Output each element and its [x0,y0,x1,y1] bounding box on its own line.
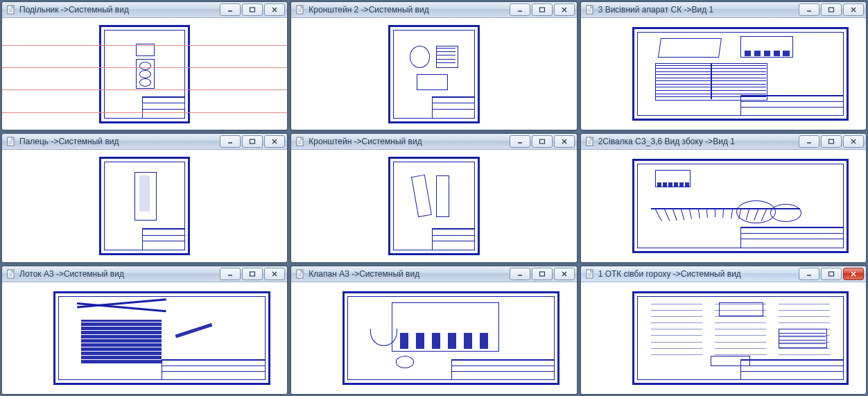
window-buttons [799,268,864,280]
minimize-button[interactable] [220,135,241,148]
close-button[interactable] [264,3,285,16]
maximize-button[interactable] [821,3,842,16]
child-window[interactable]: 1 ОТК сівби гороху ->Системный вид [580,266,867,395]
titlebar[interactable]: Кронштейн 2 ->Системный вид [291,2,576,18]
close-button[interactable] [554,3,575,16]
svg-rect-42 [297,270,303,278]
window-buttons [220,135,285,148]
child-window[interactable]: Клапан А3 ->Системный вид [290,266,577,395]
document-icon [585,137,595,146]
child-window[interactable]: Кронштейн ->Системный вид [290,133,577,262]
document-icon [6,269,16,279]
svg-rect-48 [587,270,593,278]
window-buttons [220,268,285,280]
titlebar[interactable]: Подільник ->Системный вид [2,2,287,18]
window-buttons [510,268,575,280]
close-button[interactable] [264,268,285,280]
maximize-button[interactable] [821,268,842,280]
svg-rect-29 [539,139,544,144]
document-icon [6,5,16,15]
titlebar[interactable]: Клапан А3 ->Системный вид [291,266,576,282]
window-title: 2Сівалка СЗ_3,6 Вид збоку ->Вид 1 [598,137,799,146]
svg-rect-18 [8,137,14,146]
window-title: Кронштейн 2 ->Системный вид [309,5,509,15]
window-title: Клапан А3 ->Системный вид [309,269,509,279]
window-title: 3 Висівний апарат СК ->Вид 1 [598,5,799,15]
svg-rect-47 [539,272,544,276]
svg-rect-35 [829,139,834,144]
window-buttons [510,3,575,16]
document-icon [295,137,305,146]
document-icon [585,269,595,279]
titlebar[interactable]: 1 ОТК сівби гороху ->Системный вид [581,266,866,282]
window-buttons [510,135,575,148]
minimize-button[interactable] [220,268,241,280]
window-title: Лоток А3 ->Системный вид [19,269,220,279]
svg-rect-12 [587,6,593,14]
window-title: Кронштейн ->Системный вид [309,137,509,146]
svg-rect-0 [8,6,14,14]
minimize-button[interactable] [799,268,819,280]
svg-rect-41 [250,272,255,276]
close-button[interactable] [843,268,864,280]
document-icon [295,269,305,279]
titlebar[interactable]: Кронштейн ->Системный вид [291,134,576,150]
window-buttons [220,3,285,16]
titlebar[interactable]: Палець ->Системный вид [2,134,287,150]
titlebar[interactable]: Лоток А3 ->Системный вид [2,266,287,282]
minimize-button[interactable] [510,135,530,148]
child-window[interactable]: Кронштейн 2 ->Системный вид [290,1,577,130]
close-button[interactable] [843,135,864,148]
close-button[interactable] [843,3,864,16]
maximize-button[interactable] [821,135,842,148]
titlebar[interactable]: 2Сівалка СЗ_3,6 Вид збоку ->Вид 1 [581,134,866,150]
document-icon [295,5,305,15]
child-window[interactable]: 3 Висівний апарат СК ->Вид 1 [580,1,867,130]
close-button[interactable] [554,268,575,280]
maximize-button[interactable] [532,3,553,16]
maximize-button[interactable] [532,268,553,280]
window-title: Подільник ->Системный вид [19,5,220,15]
minimize-button[interactable] [510,268,530,280]
svg-rect-23 [250,139,255,144]
svg-rect-24 [297,137,303,146]
document-icon [585,5,595,15]
child-window[interactable]: Подільник ->Системный вид [1,1,288,130]
titlebar[interactable]: 3 Висівний апарат СК ->Вид 1 [581,2,866,18]
svg-rect-36 [8,270,14,278]
child-window[interactable]: 2Сівалка СЗ_3,6 Вид збоку ->Вид 1 [580,133,867,262]
maximize-button[interactable] [242,268,263,280]
window-title: Палець ->Системный вид [19,137,220,146]
maximize-button[interactable] [242,3,263,16]
minimize-button[interactable] [220,3,241,16]
window-title: 1 ОТК сівби гороху ->Системный вид [598,269,799,279]
close-button[interactable] [264,135,285,148]
document-icon [6,137,16,146]
close-button[interactable] [554,135,575,148]
svg-rect-53 [829,272,834,276]
child-window[interactable]: Палець ->Системный вид [1,133,288,262]
svg-rect-6 [297,6,303,14]
window-buttons [799,3,864,16]
maximize-button[interactable] [532,135,553,148]
minimize-button[interactable] [799,135,819,148]
window-buttons [799,135,864,148]
minimize-button[interactable] [510,3,530,16]
maximize-button[interactable] [242,135,263,148]
svg-rect-17 [829,8,834,12]
minimize-button[interactable] [799,3,819,16]
svg-rect-11 [539,8,544,12]
child-window[interactable]: Лоток А3 ->Системный вид [1,266,288,395]
svg-rect-30 [587,137,593,146]
svg-rect-5 [250,8,255,12]
